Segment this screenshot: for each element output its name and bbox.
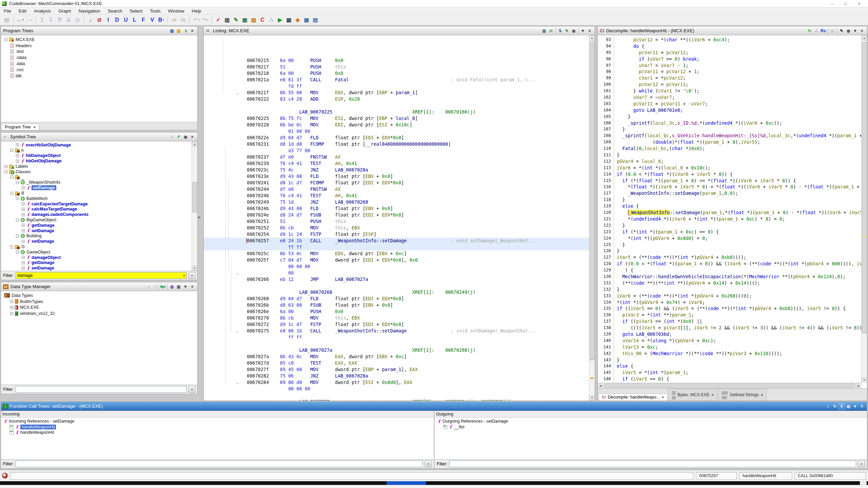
decompile-line[interactable]: 99 cVar1 = *pcVar12; bbox=[598, 75, 861, 81]
collapse-icon[interactable]: − bbox=[16, 181, 19, 184]
window1-icon[interactable]: ▦ bbox=[302, 16, 311, 24]
listing-row[interactable]: 0067026b d8 63 08 FSUB float ptr [EBX + … bbox=[204, 302, 589, 308]
incoming-ref-item[interactable]: fhandleWeaponHit bbox=[1, 430, 434, 435]
dtm-header[interactable]: DT Data Type Manager ←▾→▾↹▾◍▣▼× bbox=[1, 282, 197, 291]
function-graph-icon[interactable]: ∴ bbox=[267, 16, 275, 24]
decompile-line[interactable]: 146 if (iVar5 == 0) { bbox=[598, 376, 861, 382]
menu-search[interactable]: Search bbox=[104, 7, 126, 14]
listing-row[interactable]: 08 00 00 bbox=[204, 386, 589, 392]
listing-row[interactable]: a3 77 00 bbox=[204, 147, 589, 154]
depth-selector[interactable]: 5 bbox=[839, 403, 845, 409]
expand-icon[interactable]: + bbox=[22, 208, 25, 211]
collapse-icon[interactable]: − bbox=[10, 245, 13, 248]
scroll-down-icon[interactable]: ▼ bbox=[862, 377, 867, 383]
minimize-button[interactable]: – bbox=[825, 0, 839, 7]
expand-icon[interactable]: + bbox=[22, 267, 25, 270]
collapse-icon[interactable]: − bbox=[10, 149, 13, 152]
listing-row[interactable]: 00670217 51 PUSH this bbox=[204, 64, 589, 70]
decompile-line[interactable]: 140 uVar14 = *(ulong *)(pGVar4 + 0xc); bbox=[598, 338, 861, 344]
maximize-button[interactable]: □ bbox=[839, 0, 852, 7]
open-folder-icon[interactable]: ▨ bbox=[176, 28, 182, 34]
decompile-line[interactable]: 125 } bbox=[598, 242, 861, 248]
decompile-line[interactable]: 104 goto LAB_006701e0; bbox=[598, 107, 861, 114]
decompile-line[interactable]: 142 this_00 = (MechWarrior *)(**(code **… bbox=[598, 350, 861, 357]
listing-row[interactable]: 0067023c 75 4c JNZ LAB_0067028a bbox=[204, 167, 589, 173]
expand-icon[interactable]: + bbox=[10, 300, 13, 303]
bytes-viewer-icon[interactable]: ▥ bbox=[223, 16, 231, 24]
listing-row[interactable]: 0067024b d9 43 08 FLD float ptr [EBX + 0… bbox=[204, 205, 589, 212]
clone-icon[interactable]: ▣ bbox=[541, 28, 547, 34]
listing-label-row[interactable]: LAB_00670225 XREF[1]: 00670166(j) bbox=[204, 109, 589, 115]
decompile-line[interactable]: 126} bbox=[598, 248, 861, 254]
collapse-icon[interactable]: − bbox=[16, 250, 19, 253]
decompile-line[interactable]: 95 pcVar11 = pcVar12; bbox=[598, 49, 861, 56]
listing-row[interactable]: 0067021a e8 61 3f CALL Fatal ; void Fata… bbox=[204, 77, 589, 83]
decompile-line[interactable]: 119 else { bbox=[598, 203, 861, 209]
close-icon[interactable]: × bbox=[33, 125, 35, 129]
decompile-line[interactable]: 128if ((0.0 < *(float *)(param_1 + 8)) &… bbox=[598, 261, 861, 267]
listing-row[interactable]: 01 00 00 bbox=[204, 128, 589, 135]
listing-row[interactable]: 00670275 e8 06 1b CALL _WeaponShotInfo::… bbox=[204, 328, 589, 334]
snapshot-icon[interactable]: ◉ bbox=[571, 28, 577, 34]
cursor-track-icon[interactable]: ⇅ bbox=[557, 28, 563, 34]
go-down-icon[interactable]: ↓ bbox=[86, 16, 95, 24]
program-tree-item[interactable]: .rdata bbox=[2, 55, 197, 61]
symbol-tree-item[interactable]: −h bbox=[2, 148, 197, 153]
listing-row[interactable]: 00670244 df e0 FNSTSW AX bbox=[204, 186, 589, 192]
validate-icon[interactable]: ✓ bbox=[214, 16, 222, 24]
ghidra-dragon-icon[interactable] bbox=[2, 473, 8, 479]
disassemble-i-icon[interactable]: I bbox=[104, 16, 112, 24]
listing-row[interactable]: 00670249 75 1d JNZ LAB_00670268 bbox=[204, 199, 589, 205]
export-icon[interactable]: ↴ bbox=[182, 28, 189, 34]
listing-row[interactable]: 00670252 8b cb MOV this, EBX bbox=[204, 225, 589, 231]
edit-fields-icon[interactable]: ✎ bbox=[564, 28, 570, 34]
menu-file[interactable]: File bbox=[0, 7, 15, 14]
expand-icon[interactable]: + bbox=[22, 261, 25, 264]
collapse-icon[interactable]: − bbox=[10, 192, 13, 195]
listing-row[interactable]: 0067026e 6a 00 PUSH 0x0 bbox=[204, 308, 589, 315]
outgoing-filter-input[interactable] bbox=[449, 461, 856, 467]
listing-row[interactable]: 0067027a 8b 43 0c MOV EAX, dword ptr [EB… bbox=[204, 353, 589, 360]
refresh-icon[interactable]: ↻ bbox=[807, 28, 813, 34]
program-tree-item[interactable]: −MCX.EXE bbox=[2, 37, 197, 43]
decompile-line[interactable]: 97 uVar7 = uVar7 - 1; bbox=[598, 62, 861, 69]
filter-icon[interactable]: ◍ bbox=[169, 284, 175, 290]
taskbar-active-app[interactable] bbox=[387, 481, 426, 485]
menu-window[interactable]: Window bbox=[164, 7, 188, 14]
menu-select[interactable]: Select bbox=[126, 7, 146, 14]
decompile-hscrollbar[interactable]: ◀ ▶ bbox=[598, 383, 861, 388]
scrollbar-thumb[interactable] bbox=[590, 41, 594, 360]
symbol-tree-item[interactable]: −C_WeaponShotInfo bbox=[2, 180, 197, 185]
listing-row[interactable]: 0067022e d9 04 d7 FLD float ptr [EDI + E… bbox=[204, 135, 589, 141]
listing-row[interactable]: 00670215 6a 00 PUSH 0x0 bbox=[204, 57, 589, 64]
decompile-line[interactable]: 136 piVar3 = *(int **)param_1; bbox=[598, 312, 861, 318]
listing-row[interactable]: 00670228 8b be 0c MOV EDI, dword ptr [ES… bbox=[204, 122, 589, 128]
expand-icon[interactable]: + bbox=[10, 312, 13, 315]
listing-body[interactable]: ↪↪↪↪ 00670215 6a 00 PUSH 0x0 00670217 51… bbox=[204, 38, 589, 401]
data-type-item[interactable]: +BuiltInTypes bbox=[2, 299, 197, 305]
scroll-down-icon[interactable]: ▼ bbox=[192, 265, 197, 271]
decompile-scrollbar[interactable]: ▲ ▼ bbox=[861, 35, 867, 383]
program-trees-header[interactable]: Program Trees ▦▨↴× bbox=[1, 26, 197, 35]
associations-icon[interactable]: ↹▾ bbox=[160, 284, 166, 290]
listing-label-row[interactable]: LAB_00670268 XREF[1]: 00670249(j) bbox=[204, 289, 589, 296]
listing-row[interactable]: 00 00 00 bbox=[204, 263, 589, 270]
memory-map-icon[interactable]: ▩ bbox=[285, 16, 293, 24]
listing-row[interactable]: 0067027f 89 45 08 MOV dword ptr [EBP + p… bbox=[204, 366, 589, 373]
symbol-tree-body[interactable]: ▲ ▼ +fexecHbSetObjDamage−h+fhbDamageObje… bbox=[1, 141, 197, 271]
listing-row[interactable]: 00670222 83 c4 28 ADD ESP, 0x28 bbox=[204, 96, 589, 102]
decompile-line[interactable]: 143} bbox=[598, 357, 861, 363]
filter-icon[interactable]: ◍ bbox=[845, 403, 851, 409]
menu-arrow-icon[interactable]: ▼ bbox=[852, 403, 858, 409]
listing-scrollbar[interactable]: ▲ ▼ bbox=[589, 35, 595, 401]
clear-filter-icon[interactable]: × bbox=[183, 273, 185, 278]
byte-b-icon[interactable]: B▾ bbox=[157, 16, 165, 24]
decompile-line[interactable]: 118 } bbox=[598, 197, 861, 203]
filter-options-button[interactable]: ≡ bbox=[425, 461, 432, 467]
decompile-line[interactable]: 122 } bbox=[598, 222, 861, 229]
symbol-tree-item[interactable]: +fcalcExpectedTargetDamage bbox=[2, 201, 197, 207]
decompile-line[interactable]: 133iVar6 = (**(code **)(*(int *)pGVar4 +… bbox=[598, 293, 861, 299]
decompile-line[interactable]: 114if (0.0 < *(float *)(iVar6 + iVar5 * … bbox=[598, 171, 861, 178]
listing-row[interactable]: 00670266 eb 12 JMP LAB_0067027a bbox=[204, 276, 589, 283]
decompile-line[interactable]: 105 } bbox=[598, 114, 861, 120]
